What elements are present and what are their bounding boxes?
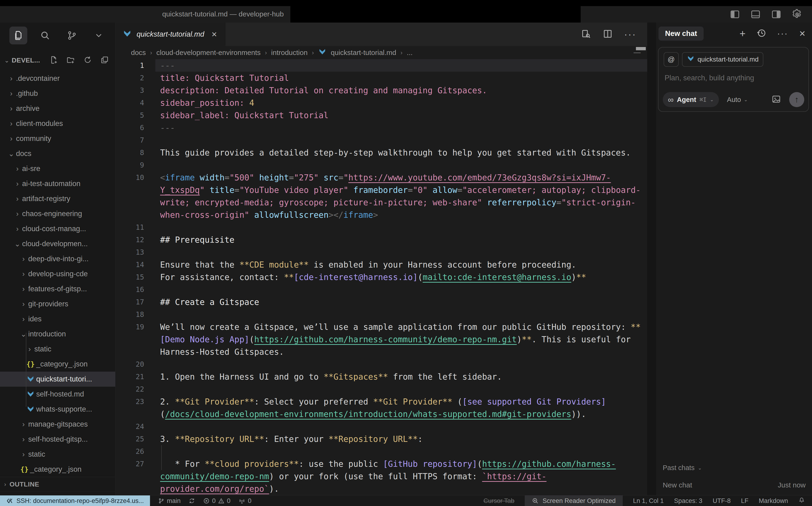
editor-line-wrap[interactable]: community/demo-repo-nm) or your fork (us…	[116, 470, 647, 483]
more-views-chevron-icon[interactable]	[90, 26, 108, 45]
editor-line-7[interactable]: 7	[116, 134, 647, 146]
tree-item-docs[interactable]: ⌄docs	[0, 146, 115, 161]
sync-changes-button[interactable]	[189, 498, 195, 504]
tree-item-cloud-developmen-[interactable]: ⌄cloud-developmen...	[0, 236, 115, 251]
breadcrumb-item-symbol[interactable]: ...	[407, 49, 413, 57]
agent-mode-selector[interactable]: ∞ Agent ⌘I ⌄	[663, 92, 719, 107]
editor-line-1[interactable]: 1---	[116, 59, 647, 72]
tree-item-ai-test-automation[interactable]: ›ai-test-automation	[0, 176, 115, 191]
editor-line-wrap[interactable]: provider.com/org/repo`).	[116, 483, 647, 495]
tree-item-static[interactable]: ›static	[0, 342, 115, 357]
chat-tab-new-chat[interactable]: New chat	[659, 26, 704, 40]
tree-item-static[interactable]: ›static	[0, 447, 115, 462]
editor-line-6[interactable]: 6---	[116, 121, 647, 134]
chat-history-icon[interactable]	[756, 28, 766, 39]
outline-section[interactable]: › OUTLINE	[0, 477, 115, 491]
editor-line-21[interactable]: 211. Open the Harness UI and go to **Git…	[116, 370, 647, 383]
toggle-left-panel-icon[interactable]	[730, 9, 740, 19]
toggle-right-panel-icon[interactable]	[771, 9, 782, 19]
new-folder-icon[interactable]	[66, 56, 75, 65]
editor-line-9[interactable]: 9	[116, 159, 647, 171]
editor-line-22[interactable]: 22	[116, 383, 647, 395]
editor-line-23[interactable]: 232. **Git Provider**: Select your prefe…	[116, 395, 647, 408]
breadcrumb[interactable]: docs›cloud-development-environments›intr…	[116, 46, 647, 59]
editor-line-12[interactable]: 12## Prerequisite	[116, 234, 647, 246]
tree-item-community[interactable]: ›community	[0, 131, 115, 146]
screen-reader-mode[interactable]: Screen Reader Optimized	[525, 495, 623, 506]
editor-more-actions-icon[interactable]: ···	[624, 29, 637, 40]
breadcrumb-item[interactable]: cloud-development-environments	[156, 49, 261, 57]
editor-line-16[interactable]: 16	[116, 283, 647, 296]
notifications-bell-icon[interactable]	[798, 497, 805, 505]
tree-item-client-modules[interactable]: ›client-modules	[0, 116, 115, 131]
tree-item-artifact-registry[interactable]: ›artifact-registry	[0, 191, 115, 206]
editor-line-wrap[interactable]: when-cross-origin" allowfullscreen></ifr…	[116, 208, 647, 221]
tree-item-develop-using-cde[interactable]: ›develop-using-cde	[0, 266, 115, 281]
editor-line-5[interactable]: 5sidebar_label: Quickstart Tutorial	[116, 109, 647, 121]
cursor-position[interactable]: Ln 1, Col 1	[633, 497, 664, 505]
eol-setting[interactable]: LF	[741, 497, 748, 505]
explorer-icon[interactable]	[9, 26, 27, 45]
tree-item-chaos-engineering[interactable]: ›chaos-engineering	[0, 206, 115, 221]
editor-line-25[interactable]: 253. **Repository URL**: Enter your **Re…	[116, 433, 647, 445]
tree-item-ides[interactable]: ›ides	[0, 312, 115, 327]
editor-line-18[interactable]: 18	[116, 308, 647, 321]
editor-line-wrap[interactable]: (/docs/cloud-development-environments/in…	[116, 408, 647, 420]
ports-indicator[interactable]: 0	[238, 497, 251, 505]
branch-indicator[interactable]: main	[158, 497, 181, 505]
add-context-button[interactable]: @	[664, 52, 679, 67]
new-file-icon[interactable]	[49, 56, 58, 65]
close-tab-icon[interactable]: ✕	[211, 30, 217, 38]
breadcrumb-item[interactable]: introduction	[271, 49, 307, 57]
tree-item-deep-dive-into-gi-[interactable]: ›deep-dive-into-gi...	[0, 251, 115, 266]
tree-item-quickstart-tutori-[interactable]: quickstart-tutori...	[0, 371, 115, 387]
model-selector[interactable]: Auto ⌄	[727, 96, 748, 104]
cursor-tab-toggle[interactable]: Cursor Tab	[484, 497, 515, 505]
explorer-section-header[interactable]: ⌄ DEVEL...	[0, 53, 115, 68]
source-control-icon[interactable]	[63, 26, 81, 45]
indentation-setting[interactable]: Spaces: 3	[674, 497, 702, 505]
breadcrumb-item-file[interactable]: quickstart-tutorial.md	[331, 49, 396, 57]
tree-item--category-json[interactable]: {}_category_.json	[0, 357, 115, 371]
language-mode[interactable]: Markdown	[759, 497, 788, 505]
editor-line-wrap[interactable]: [Demo Node.js App](https://github.com/ha…	[116, 333, 647, 346]
chat-more-icon[interactable]: ···	[777, 29, 788, 39]
new-chat-plus-icon[interactable]: +	[740, 28, 746, 39]
editor-line-24[interactable]: 24	[116, 420, 647, 433]
editor-line-3[interactable]: 3description: Detailed Tutorial on creat…	[116, 84, 647, 97]
remote-indicator[interactable]: SSH: documentation-repo-e5ifp9-8rzze4.us…	[0, 495, 150, 506]
editor-line-27[interactable]: 27 * For **cloud providers**: use the pu…	[116, 457, 647, 470]
editor-line-2[interactable]: 2title: Quickstart Tutorial	[116, 72, 647, 84]
editor-line-14[interactable]: 14Ensure that the **CDE module** is enab…	[116, 258, 647, 271]
tree-item--category-json[interactable]: {}_category_.json	[0, 462, 115, 477]
chat-input-box[interactable]: @ quickstart-tutorial.md Plan, search, b…	[658, 47, 809, 112]
settings-gear-icon[interactable]	[792, 9, 803, 20]
editor-line-11[interactable]: 11	[116, 221, 647, 234]
tree-item--github[interactable]: ›.github	[0, 86, 115, 101]
split-editor-icon[interactable]	[602, 29, 613, 40]
problems-indicator[interactable]: 0 0	[203, 497, 230, 505]
tree-item-manage-gitspaces[interactable]: ›manage-gitspaces	[0, 417, 115, 432]
editor-line-10[interactable]: 10<iframe width="500" height="275" src="…	[116, 171, 647, 184]
tree-item-git-providers[interactable]: ›git-providers	[0, 297, 115, 312]
encoding-setting[interactable]: UTF-8	[713, 497, 731, 505]
editor-line-wrap[interactable]: write; encrypted-media; gyroscope; pictu…	[116, 196, 647, 208]
tree-item-self-hosted-md[interactable]: self-hosted.md	[0, 387, 115, 402]
editor-line-wrap[interactable]: Y_txspDq" title="YouTube video player" f…	[116, 184, 647, 196]
tree-item-cloud-cost-manag-[interactable]: ›cloud-cost-manag...	[0, 221, 115, 236]
editor-line-8[interactable]: 8This guide provides a detailed step-by-…	[116, 146, 647, 159]
tree-item-introduction[interactable]: ⌄introduction	[0, 327, 115, 342]
editor-scrollbar-thumb[interactable]	[636, 47, 646, 50]
context-file-chip[interactable]: quickstart-tutorial.md	[682, 52, 763, 67]
toggle-bottom-panel-icon[interactable]	[750, 9, 761, 19]
editor-line-15[interactable]: 15For assistance, contact: **[cde-intere…	[116, 271, 647, 283]
tree-item-ai-sre[interactable]: ›ai-sre	[0, 161, 115, 176]
breadcrumb-item[interactable]: docs	[131, 49, 146, 57]
refresh-icon[interactable]	[83, 56, 92, 65]
search-icon[interactable]	[36, 26, 54, 45]
editor-line-wrap[interactable]: Harness-Hosted Gitspaces.	[116, 346, 647, 358]
editor-line-26[interactable]: 26	[116, 445, 647, 457]
chat-close-icon[interactable]: ✕	[799, 29, 806, 38]
editor-content[interactable]: 1---2title: Quickstart Tutorial3descript…	[116, 59, 647, 495]
editor-line-19[interactable]: 19We’ll now create a Gitspace, we’ll use…	[116, 321, 647, 333]
